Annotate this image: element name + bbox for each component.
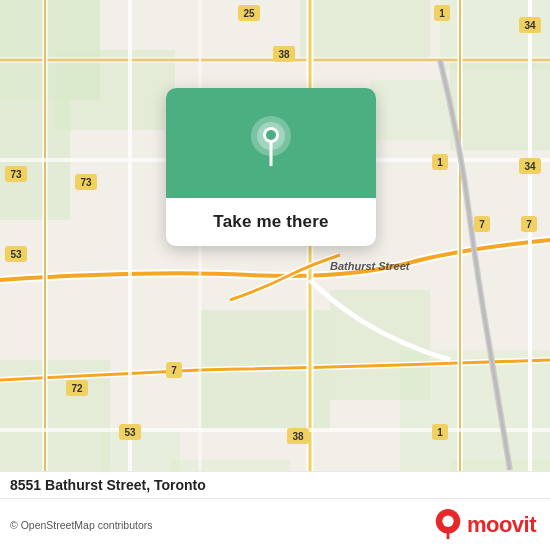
svg-rect-6 xyxy=(450,60,550,150)
svg-rect-4 xyxy=(300,0,430,60)
address-text: 8551 Bathurst Street, Toronto xyxy=(10,477,206,493)
svg-text:1: 1 xyxy=(437,427,443,438)
svg-text:1: 1 xyxy=(437,157,443,168)
moovit-logo: moovit xyxy=(434,509,536,541)
svg-point-69 xyxy=(442,515,453,526)
svg-text:7: 7 xyxy=(171,365,177,376)
svg-text:34: 34 xyxy=(524,161,536,172)
svg-text:1: 1 xyxy=(439,8,445,19)
svg-text:25: 25 xyxy=(243,8,255,19)
svg-text:73: 73 xyxy=(10,169,22,180)
svg-text:38: 38 xyxy=(278,49,290,60)
svg-text:38: 38 xyxy=(292,431,304,442)
svg-text:Bathurst Street: Bathurst Street xyxy=(330,260,411,272)
osm-credit: © OpenStreetMap contributors xyxy=(10,519,153,531)
svg-rect-7 xyxy=(370,80,450,140)
svg-text:53: 53 xyxy=(10,249,22,260)
map-container: 25 1 34 38 73 53 73 1 34 7 7 7 xyxy=(0,0,550,550)
svg-text:72: 72 xyxy=(71,383,83,394)
svg-text:53: 53 xyxy=(124,427,136,438)
svg-text:34: 34 xyxy=(524,20,536,31)
address-line: 8551 Bathurst Street, Toronto xyxy=(0,471,550,498)
svg-point-67 xyxy=(266,130,276,140)
card-button-area: Take me there xyxy=(166,198,376,246)
svg-text:7: 7 xyxy=(479,219,485,230)
card-map-top xyxy=(166,88,376,198)
svg-text:73: 73 xyxy=(80,177,92,188)
moovit-brand-text: moovit xyxy=(467,512,536,538)
location-card: Take me there xyxy=(166,88,376,246)
bottom-bar: © OpenStreetMap contributors moovit xyxy=(0,498,550,550)
svg-text:7: 7 xyxy=(526,219,532,230)
location-pin-icon xyxy=(249,116,293,170)
map-background: 25 1 34 38 73 53 73 1 34 7 7 7 xyxy=(0,0,550,550)
take-me-there-button[interactable]: Take me there xyxy=(184,210,358,232)
moovit-pin-icon xyxy=(434,509,462,541)
